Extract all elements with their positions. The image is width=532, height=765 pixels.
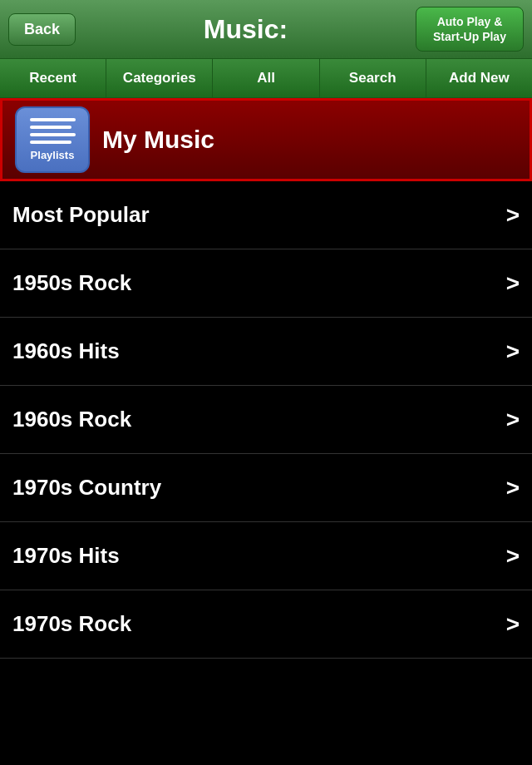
list-item[interactable]: 1970s Rock > xyxy=(0,590,532,659)
tab-recent[interactable]: Recent xyxy=(0,59,106,97)
list-item[interactable]: 1960s Rock > xyxy=(0,386,532,454)
list-item-arrow: > xyxy=(506,202,520,229)
playlist-line-3 xyxy=(30,133,76,136)
list-item[interactable]: 1950s Rock > xyxy=(0,249,532,318)
list-item[interactable]: 1970s Country > xyxy=(0,454,532,522)
list-item[interactable]: 1960s Hits > xyxy=(0,318,532,386)
playlist-lines-icon xyxy=(30,118,76,144)
list-item-label: 1960s Hits xyxy=(12,338,120,364)
list-item-label: 1970s Country xyxy=(12,475,161,501)
list-item-arrow: > xyxy=(506,338,520,365)
playlists-label: Playlists xyxy=(31,149,75,161)
list-item-label: 1970s Hits xyxy=(12,543,120,569)
list-item-label: Most Popular xyxy=(12,202,150,228)
tab-search[interactable]: Search xyxy=(320,59,426,97)
list-item-arrow: > xyxy=(506,611,520,638)
header: Back Music: Auto Play &Start-Up Play xyxy=(0,0,532,58)
list-item-label: 1950s Rock xyxy=(12,270,131,296)
list-item-arrow: > xyxy=(506,543,520,570)
list-item[interactable]: 1970s Hits > xyxy=(0,522,532,590)
list-item-arrow: > xyxy=(506,270,520,297)
autoplay-button[interactable]: Auto Play &Start-Up Play xyxy=(416,7,524,52)
tab-categories[interactable]: Categories xyxy=(106,59,213,97)
page-title: Music: xyxy=(76,14,416,45)
playlist-line-4 xyxy=(30,141,71,144)
playlists-icon: Playlists xyxy=(15,106,90,173)
my-music-section[interactable]: Playlists My Music xyxy=(0,98,532,181)
list-item-label: 1970s Rock xyxy=(12,611,131,637)
list-item[interactable]: Most Popular > xyxy=(0,181,532,249)
list-item-label: 1960s Rock xyxy=(12,407,131,432)
playlist-line-1 xyxy=(30,118,76,121)
list-item-arrow: > xyxy=(506,475,520,501)
my-music-title: My Music xyxy=(102,126,214,154)
tab-all[interactable]: All xyxy=(213,59,319,97)
tab-bar: Recent Categories All Search Add New xyxy=(0,58,532,98)
back-button[interactable]: Back xyxy=(8,13,76,46)
tab-add-new[interactable]: Add New xyxy=(426,59,532,97)
list-container: Most Popular > 1950s Rock > 1960s Hits >… xyxy=(0,181,532,659)
list-item-arrow: > xyxy=(506,407,520,433)
playlist-line-2 xyxy=(30,126,71,129)
